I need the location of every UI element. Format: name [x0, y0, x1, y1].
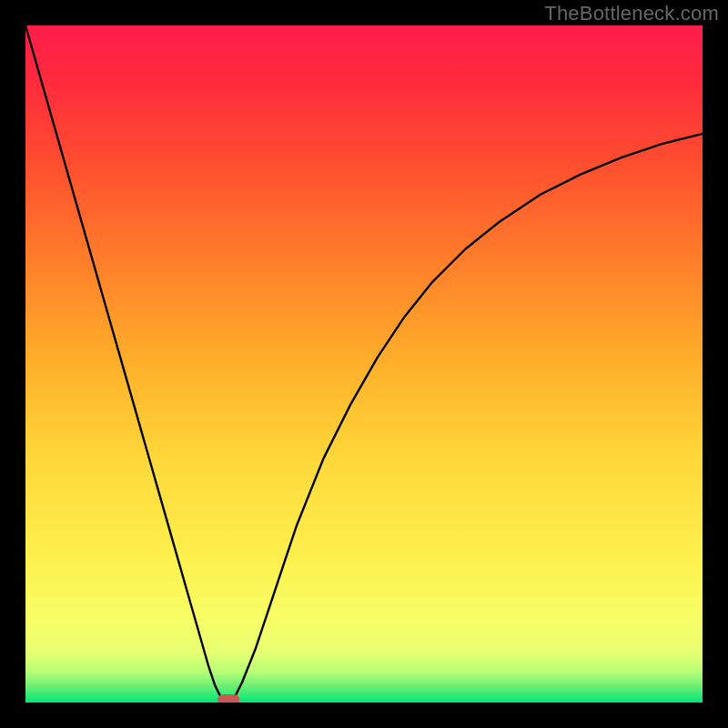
- chart-frame: TheBottleneck.com: [0, 0, 728, 728]
- chart-svg: [25, 25, 703, 703]
- plot-area: [25, 25, 703, 703]
- gradient-background: [25, 25, 703, 703]
- watermark-text: TheBottleneck.com: [544, 2, 719, 25]
- optimal-marker: [217, 694, 239, 703]
